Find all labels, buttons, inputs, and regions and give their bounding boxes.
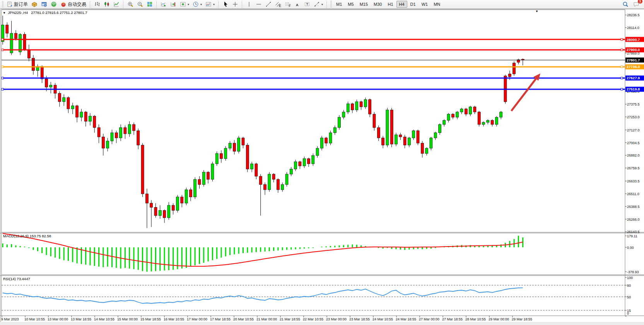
- candle-body: [71, 106, 74, 109]
- level-endpoint-handle[interactable]: [2, 39, 3, 41]
- time-label: 23 Mar 18:55: [349, 317, 370, 321]
- horizontal-line-button[interactable]: [254, 0, 263, 9]
- level-endpoint-handle[interactable]: [621, 66, 623, 68]
- candle-body: [264, 185, 266, 190]
- signals-button[interactable]: [49, 0, 58, 9]
- candle-body: [508, 74, 511, 77]
- svg-text:T: T: [306, 2, 309, 6]
- price-axis-badge-label: 27627.9: [627, 76, 640, 80]
- search-button[interactable]: [621, 0, 630, 9]
- candle-body: [320, 138, 323, 148]
- candle-body: [294, 162, 297, 169]
- auto-trading-button[interactable]: 自动交易: [59, 0, 88, 9]
- zoom-out-icon: [137, 1, 143, 7]
- time-label: 24 Mar 10:55: [372, 317, 393, 321]
- timeframe-m30[interactable]: M30: [371, 1, 384, 8]
- timeframe-m15[interactable]: M15: [357, 1, 371, 8]
- equidistant-channel-button[interactable]: E: [273, 0, 283, 9]
- candle-body: [207, 172, 210, 179]
- level-endpoint-handle[interactable]: [2, 49, 3, 51]
- period-button[interactable]: ▾: [191, 0, 203, 9]
- candle-body: [447, 114, 450, 120]
- auto-scroll-button[interactable]: [159, 0, 168, 9]
- toolbar-grip: [330, 1, 332, 7]
- fibonacci-button[interactable]: F: [283, 0, 292, 9]
- candle-body: [6, 25, 9, 33]
- timeframe-w1[interactable]: W1: [419, 1, 431, 8]
- price-tick-label: 26759.5: [627, 166, 640, 170]
- candle-body: [347, 104, 349, 112]
- new-order-button[interactable]: 新订单: [5, 0, 29, 9]
- new-order-label: 新订单: [14, 1, 28, 8]
- time-label: 10 Mar 10:55: [24, 317, 45, 321]
- market-watch-button[interactable]: [39, 0, 49, 9]
- price-tick-label: 26633.5: [627, 179, 640, 183]
- candle-body: [97, 128, 100, 137]
- candle-body: [377, 128, 380, 138]
- toolbar-separator: [218, 1, 219, 8]
- level-endpoint-handle[interactable]: [621, 39, 623, 41]
- timeframe-m1[interactable]: M1: [333, 1, 345, 8]
- candle-body: [58, 94, 61, 102]
- timeframe-d1[interactable]: D1: [408, 1, 419, 8]
- chart-canvas[interactable]: 28236.528114.027869.027498.027375.527253…: [0, 0, 644, 325]
- candle-body: [115, 133, 118, 138]
- time-label: 29 Mar 00:00: [489, 317, 509, 321]
- time-label: 14 Mar 10:55: [94, 317, 114, 321]
- price-tick-label: 26511.0: [627, 192, 639, 196]
- candle-body: [329, 133, 332, 143]
- candle-body: [120, 128, 122, 138]
- symbol-dropdown-icon[interactable]: ▼: [3, 11, 6, 15]
- zoom-in-button[interactable]: [126, 0, 135, 9]
- candle-body: [41, 66, 43, 79]
- text-tool-button[interactable]: A: [293, 0, 302, 9]
- arrows-tool-button[interactable]: ▾: [312, 0, 325, 9]
- zoom-out-button[interactable]: [135, 0, 145, 9]
- chart-shift-button[interactable]: [169, 0, 178, 9]
- vertical-line-button[interactable]: [244, 0, 254, 9]
- tile-windows-button[interactable]: [145, 0, 154, 9]
- candle-body: [465, 109, 467, 114]
- level-endpoint-handle[interactable]: [2, 66, 3, 68]
- line-chart-button[interactable]: [112, 0, 121, 9]
- candle-body: [63, 97, 65, 102]
- trend-arrow-shaft[interactable]: [511, 78, 536, 111]
- candle-body: [23, 34, 26, 50]
- horizontal-line-icon: [256, 1, 262, 7]
- candle-body: [272, 174, 275, 179]
- cursor-button[interactable]: [221, 0, 230, 9]
- level-endpoint-handle[interactable]: [621, 88, 623, 90]
- candle-body: [172, 205, 174, 210]
- timeframe-h1[interactable]: H1: [385, 1, 396, 8]
- level-endpoint-handle[interactable]: [621, 49, 623, 51]
- level-endpoint-handle[interactable]: [621, 77, 623, 79]
- line-chart-icon: [113, 1, 120, 7]
- candle-body: [469, 107, 472, 114]
- chart-shift-marker-icon[interactable]: ▼: [535, 10, 538, 13]
- timeframe-h4[interactable]: H4: [396, 1, 407, 8]
- text-label-button[interactable]: T: [302, 0, 312, 9]
- level-endpoint-handle[interactable]: [2, 88, 3, 90]
- rsi-tick-label: 100: [627, 276, 633, 280]
- bar-chart-button[interactable]: [92, 0, 102, 9]
- profiles-button[interactable]: [30, 0, 39, 9]
- price-axis-badge-label: 27801.7: [627, 58, 640, 62]
- notifications-button[interactable]: 1: [632, 0, 641, 9]
- templates-button[interactable]: ▾: [204, 0, 216, 9]
- trendline-button[interactable]: [264, 0, 273, 9]
- candle-body: [246, 145, 249, 169]
- add-indicator-button[interactable]: ▾: [178, 0, 191, 9]
- candle-body: [473, 107, 476, 112]
- candle-body: [277, 179, 279, 190]
- candle-body: [338, 117, 341, 128]
- ohlc-values: 27781.0 27815.6 27751.2 27801.7: [31, 10, 87, 15]
- candle-body: [229, 143, 231, 148]
- crosshair-button[interactable]: [231, 0, 240, 9]
- candlestick-chart-button[interactable]: [102, 0, 111, 9]
- candle-body: [185, 190, 188, 203]
- candle-body: [202, 172, 205, 184]
- timeframe-m5[interactable]: M5: [345, 1, 356, 8]
- level-endpoint-handle[interactable]: [2, 77, 3, 79]
- macd-indicator-label: MACD(12,26,9) 153.75 82.58: [3, 234, 51, 238]
- timeframe-mn[interactable]: MN: [431, 1, 443, 8]
